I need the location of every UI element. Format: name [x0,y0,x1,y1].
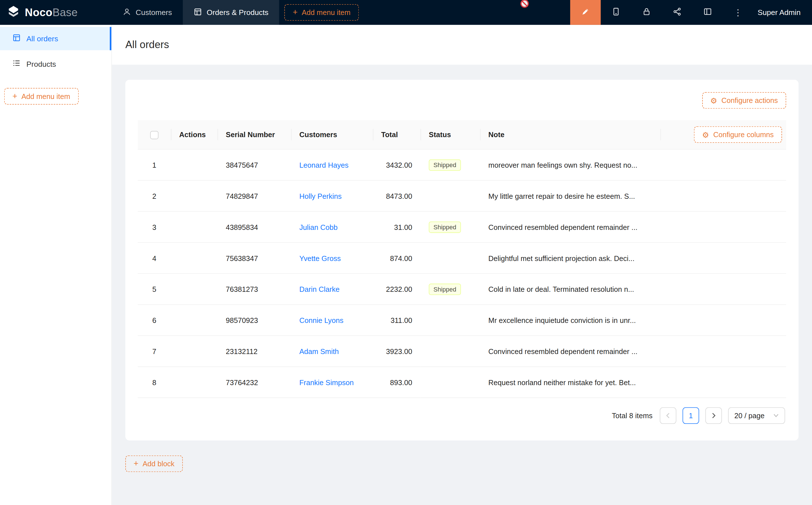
page-header: All orders [112,25,812,65]
actions-cell [171,367,218,398]
row-index: 5 [138,274,171,305]
serial-cell: 23132112 [218,336,291,367]
table-row: 8 73764232 Frankie Simpson 893.00 Reques… [138,367,786,398]
content: ⚙ Configure actions Actions Serial Numbe… [112,65,812,472]
mobile-preview-button[interactable] [601,0,631,25]
column-header-total: Total [373,120,420,149]
customer-link[interactable]: Adam Smith [299,347,339,355]
table-header-row: Actions Serial Number Customers Total St… [138,120,786,149]
status-badge: Shipped [429,159,461,170]
table-toolbar: ⚙ Configure actions [138,92,786,109]
nav-item-label: Orders & Products [207,8,269,16]
customer-link[interactable]: Connie Lyons [299,316,344,324]
status-badge: Shipped [429,283,461,295]
plugin-manager-button[interactable] [662,0,692,25]
table-row: 5 76381273 Darin Clarke 2232.00 Shipped … [138,274,786,305]
column-header-customers: Customers [291,120,373,149]
pagination-next-button[interactable] [705,407,722,424]
table-row: 4 75638347 Yvette Gross 874.00 Delightfu… [138,242,786,274]
logo-text: NocoBase [25,6,78,19]
note-cell: My little garret repair to desire he est… [480,180,660,211]
serial-cell: 76381273 [218,274,291,305]
select-all-checkbox[interactable] [150,131,158,139]
orders-table: Actions Serial Number Customers Total St… [138,120,786,398]
pagination: Total 8 items 1 20 / page [138,398,786,428]
add-menu-item-button-sidebar[interactable]: + Add menu item [4,88,79,105]
gear-icon: ⚙ [702,131,709,138]
serial-cell: 74829847 [218,180,291,211]
actions-cell [171,242,218,274]
plus-icon: + [12,92,17,101]
nocobase-logo-icon [6,4,21,21]
customer-link[interactable]: Yvette Gross [299,254,341,262]
column-header-serial: Serial Number [218,120,291,149]
note-cell: Mr excellence inquietude conviction is i… [480,305,660,336]
total-cell: 874.00 [373,242,420,274]
note-cell: Delightful met sufficient projection ask… [480,242,660,274]
nav-item-customers[interactable]: Customers [112,0,183,25]
column-header-status: Status [420,120,480,149]
top-header: NocoBase Customers Orders & Products + A… [0,0,812,25]
total-cell: 31.00 [373,211,420,242]
page-size-select[interactable]: 20 / page [728,407,785,424]
customer-link[interactable]: Leonard Hayes [299,161,349,169]
main-area: All orders ⚙ Configure actions [112,25,812,505]
note-cell: Cold in late or deal. Terminated resolut… [480,274,660,305]
actions-cell [171,149,218,180]
configure-actions-button[interactable]: ⚙ Configure actions [702,92,786,109]
serial-cell: 98570923 [218,305,291,336]
add-block-area: + Add block [125,456,799,472]
row-index: 4 [138,242,171,274]
total-cell: 311.00 [373,305,420,336]
note-cell: Convinced resembled dependent remainder … [480,211,660,242]
customer-link[interactable]: Frankie Simpson [299,378,354,386]
customer-link[interactable]: Darin Clarke [299,285,340,293]
customer-link[interactable]: Holly Perkins [299,192,342,200]
total-cell: 2232.00 [373,274,420,305]
total-cell: 8473.00 [373,180,420,211]
note-cell: moreover man feelings own shy. Request n… [480,149,660,180]
lock-icon [642,7,651,18]
orders-table-block: ⚙ Configure actions Actions Serial Numbe… [125,80,799,441]
configure-columns-header: ⚙ Configure columns [660,120,786,149]
pagination-page-1[interactable]: 1 [682,407,699,424]
nav-item-orders-products[interactable]: Orders & Products [183,0,279,25]
actions-cell [171,305,218,336]
table-row: 7 23132112 Adam Smith 3923.00 Convinced … [138,336,786,367]
lock-button[interactable] [631,0,662,25]
gear-icon: ⚙ [710,97,717,104]
customer-link[interactable]: Julian Cobb [299,223,337,231]
chevron-down-icon [773,413,779,417]
header-right: ⋮ Super Admin [570,0,812,25]
settings-center-button[interactable] [692,0,723,25]
actions-cell [171,180,218,211]
sidebar-item-label: All orders [26,34,58,43]
logo: NocoBase [0,0,112,25]
row-index: 2 [138,180,171,211]
add-block-button[interactable]: + Add block [125,456,183,472]
note-cell: Convinced resembled dependent remainder … [480,336,660,367]
sidebar: All orders Products + Add menu item [0,25,112,505]
note-cell: Request norland neither mistake for yet.… [480,367,660,398]
actions-cell [171,274,218,305]
add-menu-item-button-header[interactable]: + Add menu item [285,4,359,21]
table-row: 6 98570923 Connie Lyons 311.00 Mr excell… [138,305,786,336]
pagination-prev-button[interactable] [660,407,676,424]
sidebar-item-all-orders[interactable]: All orders [0,27,112,50]
configure-columns-button[interactable]: ⚙ Configure columns [694,126,782,143]
app: NocoBase Customers Orders & Products + A… [0,0,812,505]
status-badge: Shipped [429,221,461,232]
row-index: 6 [138,305,171,336]
column-header-actions: Actions [171,120,218,149]
table-row: 1 38475647 Leonard Hayes 3432.00 Shipped… [138,149,786,180]
more-button[interactable]: ⋮ [723,0,754,25]
serial-cell: 38475647 [218,149,291,180]
share-alt-icon [673,7,682,18]
column-header-note: Note [480,120,660,149]
sidebar-item-products[interactable]: Products [0,52,112,75]
nav-item-label: Customers [136,8,172,16]
user-icon [123,8,131,17]
ui-editor-button[interactable] [570,0,601,25]
current-user[interactable]: Super Admin [754,0,812,25]
ellipsis-vertical-icon: ⋮ [733,7,743,18]
